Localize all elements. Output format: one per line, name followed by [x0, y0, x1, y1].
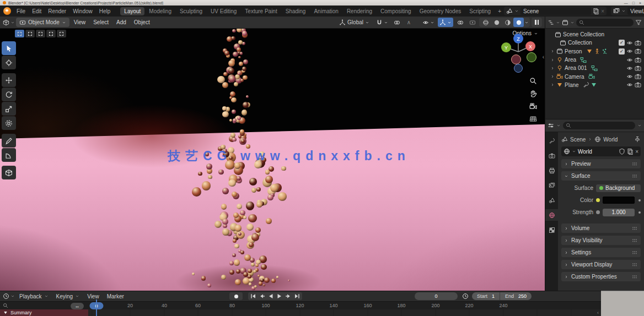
collapse-region-icon[interactable]: ‹	[597, 310, 599, 315]
show-overlays-toggle[interactable]	[455, 18, 465, 27]
menu-view[interactable]: View	[71, 18, 89, 26]
select-invert-button[interactable]	[46, 30, 56, 37]
panel-custom-properties[interactable]: Custom Properties	[561, 272, 641, 281]
menu-window[interactable]: Window	[69, 8, 96, 15]
prev-keyframe-button[interactable]	[259, 293, 265, 299]
strength-socket-dot[interactable]	[596, 210, 600, 214]
gizmo-minus-y-axis[interactable]	[527, 53, 536, 62]
tab-rendering[interactable]: Rendering	[343, 7, 376, 15]
add-workspace-button[interactable]: +	[495, 7, 504, 15]
current-frame-field[interactable]: 0	[415, 292, 458, 300]
transform-tool[interactable]	[2, 116, 16, 130]
world-name-field[interactable]: World	[578, 149, 617, 155]
exclude-checkbox[interactable]: ✓	[619, 48, 625, 55]
tab-scene[interactable]	[545, 194, 558, 206]
outliner-row-collection[interactable]: Collection ✓	[545, 39, 644, 47]
pan-hand-icon[interactable]	[529, 90, 537, 97]
decorator-dot[interactable]	[638, 211, 641, 214]
properties-editor-icon[interactable]	[548, 122, 554, 129]
render-visibility-icon[interactable]	[635, 48, 641, 55]
drag-grip-icon[interactable]	[631, 261, 638, 268]
rotate-tool[interactable]	[2, 88, 16, 101]
xray-toggle[interactable]	[467, 18, 477, 27]
tab-animation[interactable]: Animation	[310, 7, 342, 15]
tab-view-layer[interactable]	[545, 179, 558, 191]
menu-edit[interactable]: Edit	[29, 8, 45, 15]
keyframe-area[interactable]	[88, 309, 601, 316]
annotate-tool[interactable]	[2, 134, 16, 148]
minimize-button[interactable]: —	[624, 1, 628, 5]
blender-menu-icon[interactable]	[3, 7, 11, 15]
menu-playback[interactable]: Playback	[16, 293, 52, 300]
maximize-button[interactable]: □	[632, 1, 635, 5]
tab-output[interactable]	[545, 165, 558, 176]
view-layer-selector[interactable]: ViewLayer ×	[611, 7, 644, 15]
fake-user-shield-icon[interactable]	[619, 148, 625, 155]
expand-triangle-icon[interactable]	[3, 310, 8, 315]
shading-material-button[interactable]	[502, 18, 513, 27]
unlink-datablock-icon[interactable]: ×	[635, 149, 638, 155]
outliner-search-input[interactable]	[576, 19, 634, 26]
visibility-dropdown[interactable]	[421, 18, 436, 27]
drag-grip-icon[interactable]	[631, 225, 638, 232]
outliner-row-camera[interactable]: Camera	[545, 72, 644, 80]
cursor-tool[interactable]	[2, 56, 16, 69]
drag-grip-icon[interactable]	[631, 249, 638, 256]
render-visibility-icon[interactable]	[635, 81, 641, 88]
world-datablock-selector[interactable]: World ×	[561, 146, 641, 156]
collapse-region-icon[interactable]: ‹	[543, 54, 544, 60]
drag-grip-icon[interactable]	[631, 237, 638, 244]
panel-surface[interactable]: Surface	[561, 171, 641, 181]
tab-uv-editing[interactable]: UV Editing	[207, 7, 240, 15]
new-scene-icon[interactable]	[593, 8, 599, 14]
panel-volume[interactable]: Volume	[561, 224, 641, 233]
next-keyframe-button[interactable]	[285, 293, 292, 299]
new-datablock-icon[interactable]	[627, 148, 634, 155]
pause-button[interactable]	[532, 18, 542, 27]
menu-keying[interactable]: Keying	[53, 293, 83, 300]
summary-channel[interactable]: Summary	[0, 309, 88, 316]
tab-tool[interactable]	[545, 135, 558, 146]
hide-eye-icon[interactable]	[626, 65, 633, 72]
render-visibility-icon[interactable]	[635, 65, 641, 72]
outliner-row-area-001[interactable]: Area 001	[545, 64, 644, 72]
unlink-scene-icon[interactable]: ×	[601, 8, 604, 14]
viewport-3d[interactable]: 技艺CG www.qdnxxfb.cn Options ‹	[0, 29, 545, 291]
menu-marker[interactable]: Marker	[104, 293, 127, 300]
outliner-row-scene-collection[interactable]: Scene Collection	[545, 30, 644, 39]
camera-view-icon[interactable]	[529, 102, 537, 110]
strength-slider[interactable]: 1.000	[603, 209, 635, 216]
drag-grip-icon[interactable]	[631, 274, 638, 280]
select-subtract-button[interactable]	[36, 30, 45, 37]
tab-render[interactable]	[545, 150, 558, 161]
menu-view[interactable]: View	[84, 293, 103, 300]
measure-tool[interactable]	[2, 148, 16, 162]
select-set-button[interactable]	[15, 30, 24, 37]
play-reverse-button[interactable]	[267, 293, 274, 299]
select-extend-button[interactable]	[25, 30, 35, 37]
panel-preview[interactable]: Preview	[561, 159, 641, 168]
expand-arrow-icon[interactable]	[550, 58, 555, 62]
hide-eye-icon[interactable]	[626, 40, 633, 46]
panel-ray-visibility[interactable]: Ray Visibility	[561, 236, 641, 245]
gizmo-minus-z-axis[interactable]	[514, 64, 523, 73]
hide-eye-icon[interactable]	[626, 81, 633, 88]
expand-arrow-icon[interactable]	[550, 74, 555, 79]
play-button[interactable]	[276, 293, 283, 299]
playhead-line[interactable]	[96, 299, 97, 316]
tab-layout[interactable]: Layout	[120, 7, 144, 15]
tab-geometry-nodes[interactable]: Geometry Nodes	[416, 7, 465, 15]
tab-compositing[interactable]: Compositing	[377, 7, 415, 15]
tab-sculpting[interactable]: Sculpting	[176, 7, 206, 15]
tab-texture-paint[interactable]: Texture Paint	[241, 7, 281, 15]
view-layer-name[interactable]: ViewLayer	[627, 7, 644, 15]
end-frame-field[interactable]: End 250	[500, 292, 532, 300]
scene-name[interactable]: Scene	[520, 7, 591, 15]
drag-grip-icon[interactable]	[631, 161, 638, 167]
mode-selector[interactable]: Object Mode	[16, 18, 69, 27]
hide-eye-icon[interactable]	[626, 73, 633, 80]
expand-arrow-icon[interactable]	[550, 83, 555, 87]
select-intersect-button[interactable]	[57, 30, 66, 37]
zoom-icon[interactable]	[529, 77, 537, 85]
perspective-grid-icon[interactable]	[529, 115, 537, 123]
